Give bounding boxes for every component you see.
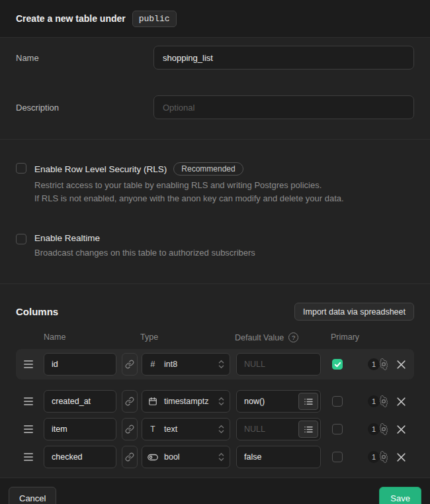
column-name-input[interactable] [44,390,116,413]
columns-rows: #int81timestamptz1Ttext1bool1 [16,349,414,471]
remove-column-icon[interactable] [396,360,406,370]
realtime-checkbox[interactable] [16,234,26,244]
remove-column-icon[interactable] [396,425,406,434]
rls-description: Restrict access to your table by enablin… [34,179,344,205]
table-description-input[interactable] [153,95,414,119]
column-row: Ttext1 [16,415,414,443]
primary-checkbox[interactable] [332,396,343,407]
header-primary: Primary [331,332,359,342]
options-section: Enable Row Level Security (RLS) Recommen… [0,140,430,284]
header-name: Name [44,332,65,342]
column-name-input[interactable] [44,353,116,376]
description-label: Description [16,95,153,113]
rls-block: Enable Row Level Security (RLS) Recommen… [16,162,414,205]
save-button[interactable]: Save [379,487,421,504]
columns-table-headers: Name Type Default Value ? Primary [16,332,414,342]
text-icon: T [148,425,158,434]
realtime-description: Broadcast changes on this table to autho… [34,246,255,260]
default-value-input[interactable] [236,353,321,376]
schema-badge: public [132,11,177,27]
help-icon[interactable]: ? [288,332,298,342]
foreign-key-link-icon[interactable] [122,418,138,440]
column-type-select[interactable]: bool [142,446,230,468]
column-row: timestamptz1 [16,387,414,415]
primary-checkbox[interactable] [332,359,343,370]
recommended-badge: Recommended [173,162,243,176]
default-value-menu-icon[interactable] [298,421,318,438]
rls-label: Enable Row Level Security (RLS) [34,164,167,174]
select-chevrons-icon [218,452,224,462]
column-type-select[interactable]: timestamptz [142,390,230,413]
columns-section: Columns Import data via spreadsheet Name… [0,284,430,478]
column-type-label: int8 [164,360,177,369]
column-type-select[interactable]: Ttext [142,418,230,440]
foreign-key-link-icon[interactable] [122,446,138,468]
primary-checkbox[interactable] [332,452,343,462]
column-type-label: timestamptz [164,397,208,406]
hash-icon: # [148,360,158,370]
foreign-key-link-icon[interactable] [122,353,138,376]
select-chevrons-icon [218,360,224,369]
realtime-block: Enable Realtime Broadcast changes on thi… [16,233,414,260]
default-value-input[interactable] [236,446,321,468]
general-section: Name Description [0,38,430,140]
dialog-header: Create a new table under public [0,0,430,38]
realtime-label: Enable Realtime [34,233,100,243]
column-name-input[interactable] [44,446,116,468]
drag-handle-icon[interactable] [24,360,33,368]
remove-column-icon[interactable] [396,397,406,407]
name-label: Name [16,46,153,63]
toggle-icon [148,454,158,461]
drag-handle-icon[interactable] [24,425,33,433]
columns-title: Columns [16,306,58,317]
calendar-icon [148,397,158,406]
select-chevrons-icon [218,397,224,406]
table-name-input[interactable] [153,46,414,70]
select-chevrons-icon [218,425,224,434]
import-spreadsheet-button[interactable]: Import data via spreadsheet [294,303,414,321]
drag-handle-icon[interactable] [24,453,33,461]
default-value-menu-icon[interactable] [298,393,318,410]
dialog-title: Create a new table under [16,13,126,24]
remove-column-icon[interactable] [396,452,406,462]
header-type: Type [140,332,158,342]
column-type-select[interactable]: #int8 [142,353,230,376]
column-type-label: text [164,425,177,434]
cancel-button[interactable]: Cancel [9,487,56,504]
column-name-input[interactable] [44,418,116,440]
rls-checkbox[interactable] [16,163,26,174]
column-row: bool1 [16,443,414,471]
header-default-value: Default Value ? [235,332,298,342]
foreign-key-link-icon[interactable] [122,390,138,413]
dialog-footer: Cancel Save [0,478,430,504]
primary-checkbox[interactable] [332,424,343,434]
column-row: #int81 [16,349,414,379]
drag-handle-icon[interactable] [24,397,33,405]
column-type-label: bool [164,452,180,462]
